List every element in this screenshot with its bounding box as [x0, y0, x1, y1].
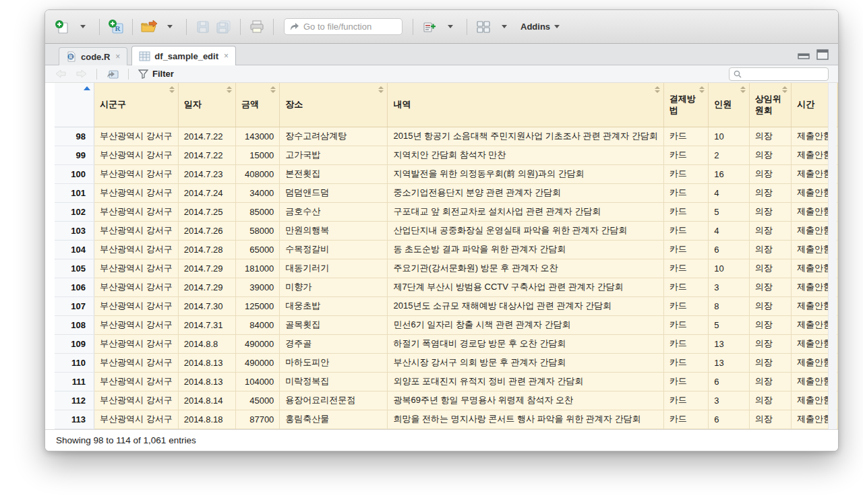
column-header[interactable]: 상임위원회: [749, 83, 791, 127]
open-recent-dropdown[interactable]: [161, 17, 179, 37]
table-cell: 카드: [663, 372, 708, 391]
table-cell: 2014.8.18: [178, 410, 235, 429]
table-cell: 카드: [663, 164, 708, 183]
table-cell: 84000: [236, 315, 280, 334]
table-row: 98부산광역시 강서구2014.7.22143000장수고려삼계탕2015년 항…: [55, 127, 838, 146]
chevron-down-icon: [80, 25, 86, 28]
goto-file-input[interactable]: [303, 22, 396, 32]
table-cell: 홍림축산물: [280, 410, 388, 429]
panes-grid-icon: [476, 20, 491, 34]
version-control-dropdown[interactable]: [442, 17, 459, 37]
table-body: 98부산광역시 강서구2014.7.22143000장수고려삼계탕2015년 항…: [55, 127, 838, 429]
table-cell: 2014.8.14: [178, 391, 235, 410]
table-cell: 2014.7.26: [178, 221, 235, 240]
table-cell: 의장: [749, 296, 791, 315]
table-cell: 민선6기 일자리 창출 시책 관련 관계자 간담회: [388, 315, 663, 334]
table-cell: 2014.7.28: [178, 240, 235, 259]
table-cell: 만원의행복: [280, 221, 388, 240]
maximize-pane-icon[interactable]: [816, 49, 829, 60]
new-project-button[interactable]: R: [107, 17, 125, 37]
save-all-button[interactable]: [215, 17, 233, 37]
tab-df-sample-edit[interactable]: df_sample_edit ×: [131, 46, 236, 65]
table-cell: 덤덤앤드덤: [280, 183, 388, 202]
table-cell: 카드: [663, 240, 708, 259]
table-cell: 408000: [236, 164, 280, 183]
editor-tab-bar: R code.R × df_sample_edit ×: [45, 44, 838, 65]
column-header[interactable]: 장소: [280, 83, 388, 127]
filter-button[interactable]: Filter: [136, 69, 177, 79]
column-header[interactable]: 내역: [388, 83, 663, 127]
new-project-icon: R: [107, 18, 125, 36]
table-cell: 15000: [236, 146, 280, 164]
data-grid-area: 시군구일자금액장소내역결제방법인원상임위원회시간 98부산광역시 강서구2014…: [45, 83, 838, 429]
sort-ascending-icon: [84, 86, 90, 90]
status-bar: Showing 98 to 114 of 1,061 entries: [45, 429, 838, 451]
sort-arrows-icon: [740, 86, 746, 93]
table-cell: 181000: [236, 259, 280, 278]
column-header[interactable]: 시군구: [94, 83, 179, 127]
goto-file-box[interactable]: [284, 18, 403, 35]
toolbar-separator: [99, 19, 100, 35]
version-control-button[interactable]: [421, 17, 438, 37]
table-search-input[interactable]: [744, 69, 824, 79]
table-cell: 부산광역시 강서구: [94, 127, 179, 146]
table-cell: 39000: [236, 278, 280, 296]
forward-button[interactable]: [72, 64, 90, 84]
show-in-new-window-button[interactable]: [104, 64, 121, 84]
save-icon: [196, 20, 210, 34]
table-cell: 10: [709, 259, 750, 278]
table-cell: 의장: [749, 353, 791, 372]
vertical-scrollbar[interactable]: [828, 83, 837, 429]
minimize-pane-icon[interactable]: [798, 49, 810, 60]
row-number-cell: 110: [55, 353, 94, 372]
table-search-box[interactable]: [729, 67, 829, 81]
panes-dropdown[interactable]: [496, 17, 513, 37]
column-header[interactable]: 결제방법: [663, 83, 708, 127]
row-number-cell: 109: [55, 334, 94, 353]
column-header-label: 내역: [393, 99, 411, 109]
tab-close-icon[interactable]: ×: [224, 51, 229, 61]
column-header-label: 금액: [241, 99, 259, 109]
table-cell: 4: [709, 183, 750, 202]
workspace-panes-button[interactable]: [475, 17, 492, 37]
table-row: 109부산광역시 강서구2014.8.8490000경주골하절기 폭염대비 경로…: [55, 334, 838, 353]
sort-arrows-icon: [169, 86, 175, 93]
table-cell: 카드: [663, 221, 708, 240]
new-file-dropdown[interactable]: [74, 17, 92, 37]
table-cell: 34000: [236, 183, 280, 202]
table-cell: 부산광역시 강서구: [94, 334, 179, 353]
table-cell: 5: [709, 202, 750, 221]
table-cell: 미향가: [280, 278, 388, 296]
table-cell: 부산광역시 강서구: [94, 315, 179, 334]
table-cell: 카드: [663, 334, 708, 353]
version-control-icon: [423, 20, 436, 34]
sort-arrows-icon: [378, 86, 384, 93]
table-cell: 2015년 항공기 소음대책 주민지원사업 기초조사 관련 관계자 간담회: [388, 127, 663, 146]
column-header[interactable]: 인원: [709, 83, 750, 127]
row-number-cell: 113: [55, 410, 94, 429]
save-button[interactable]: [194, 17, 212, 37]
table-cell: 카드: [663, 353, 708, 372]
table-cell: 부산광역시 강서구: [94, 202, 179, 221]
chevron-down-icon: [502, 25, 507, 28]
main-toolbar: R: [45, 10, 838, 44]
new-file-button[interactable]: [53, 17, 71, 37]
print-button[interactable]: [248, 17, 266, 37]
back-button[interactable]: [52, 64, 69, 84]
column-header-rownum[interactable]: [55, 83, 94, 127]
tab-close-icon[interactable]: ×: [115, 52, 120, 61]
table-cell: 구포대교 앞 회전교차로 설치사업 관련 관계자 간담회: [388, 202, 663, 221]
row-number-cell: 108: [55, 315, 94, 334]
column-header-label: 일자: [184, 99, 202, 109]
table-cell: 5: [709, 315, 750, 334]
column-header-label: 상임위원회: [755, 94, 781, 116]
open-file-button[interactable]: [140, 17, 158, 37]
addins-button[interactable]: Addins: [516, 22, 564, 32]
column-header[interactable]: 일자: [178, 83, 235, 127]
table-cell: 마하도피안: [280, 353, 388, 372]
table-cell: 부산광역시 강서구: [94, 146, 179, 164]
table-cell: 부산광역시 강서구: [94, 353, 179, 372]
column-header[interactable]: 금액: [236, 83, 280, 127]
table-cell: 6: [709, 410, 750, 429]
tab-code-r[interactable]: R code.R ×: [59, 47, 127, 65]
